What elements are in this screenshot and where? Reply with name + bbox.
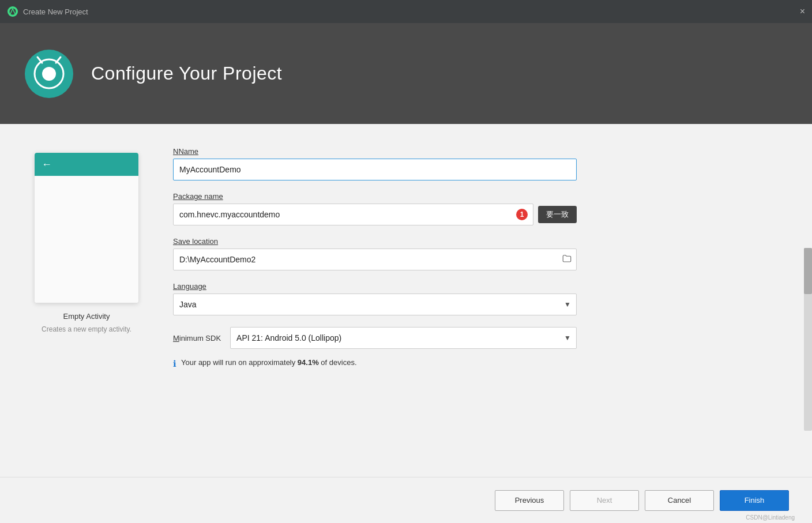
- dialog-header: Configure Your Project: [0, 23, 812, 124]
- previous-button[interactable]: Previous: [495, 490, 564, 511]
- phone-preview: ←: [35, 153, 138, 303]
- left-panel: ← Empty Activity Creates a new empty act…: [23, 141, 150, 460]
- activity-label: Empty Activity: [63, 312, 110, 321]
- svg-point-4: [42, 67, 56, 81]
- dialog-footer: Previous Next Cancel Finish: [0, 477, 812, 523]
- min-sdk-select-wrap: API 21: Android 5.0 (Lollipop) API 22: A…: [230, 327, 577, 349]
- language-select[interactable]: Java Kotlin: [173, 294, 577, 315]
- android-logo: [23, 48, 75, 100]
- min-sdk-label: Minimum SDK: [173, 334, 221, 343]
- min-sdk-row: Minimum SDK API 21: Android 5.0 (Lollipo…: [173, 327, 577, 349]
- preview-toolbar: ←: [35, 153, 138, 176]
- scrollbar-thumb[interactable]: [804, 248, 812, 294]
- cancel-button[interactable]: Cancel: [645, 490, 714, 511]
- name-input[interactable]: [173, 159, 577, 180]
- activity-description: Creates a new empty activity.: [42, 325, 131, 333]
- sdk-info-text: Your app will run on approximately 94.1%…: [181, 358, 357, 367]
- preview-body: [35, 176, 138, 303]
- finish-button[interactable]: Finish: [720, 490, 789, 511]
- save-location-input[interactable]: [173, 249, 577, 270]
- main-content: ← Empty Activity Creates a new empty act…: [0, 124, 812, 477]
- name-label: NName: [173, 147, 577, 156]
- android-studio-icon: [7, 6, 18, 17]
- save-location-group: Save location: [173, 237, 577, 270]
- back-arrow-icon: ←: [42, 159, 52, 171]
- title-bar-left: Create New Project: [7, 6, 88, 17]
- next-button[interactable]: Next: [570, 490, 639, 511]
- dialog-title: Configure Your Project: [91, 63, 282, 84]
- language-group: Language Java Kotlin ▼: [173, 282, 577, 315]
- save-location-label: Save location: [173, 237, 577, 246]
- tooltip-bubble: 要一致: [538, 206, 577, 223]
- scrollbar-track: [804, 248, 812, 431]
- package-name-input[interactable]: [173, 204, 533, 225]
- package-name-group: Package name 1 要一致: [173, 192, 577, 225]
- language-select-wrap: Java Kotlin ▼: [173, 294, 577, 315]
- save-location-wrap: [173, 249, 577, 270]
- package-name-label: Package name: [173, 192, 577, 201]
- form-panel: NName Package name 1 要一致 Save location: [173, 141, 577, 460]
- name-group: NName: [173, 147, 577, 180]
- browse-folder-button[interactable]: [562, 253, 572, 266]
- info-icon: ℹ: [173, 359, 176, 369]
- sdk-info-row: ℹ Your app will run on approximately 94.…: [173, 358, 577, 369]
- language-label: Language: [173, 282, 577, 291]
- min-sdk-select[interactable]: API 21: Android 5.0 (Lollipop) API 22: A…: [230, 327, 577, 349]
- error-badge: 1: [516, 209, 528, 220]
- package-input-wrap: 1: [173, 204, 533, 225]
- close-button[interactable]: ×: [800, 7, 805, 16]
- package-row: 1 要一致: [173, 204, 577, 225]
- watermark: CSDN@Lintiadeng: [746, 514, 795, 521]
- title-bar-title: Create New Project: [23, 7, 88, 16]
- title-bar: Create New Project ×: [0, 0, 812, 23]
